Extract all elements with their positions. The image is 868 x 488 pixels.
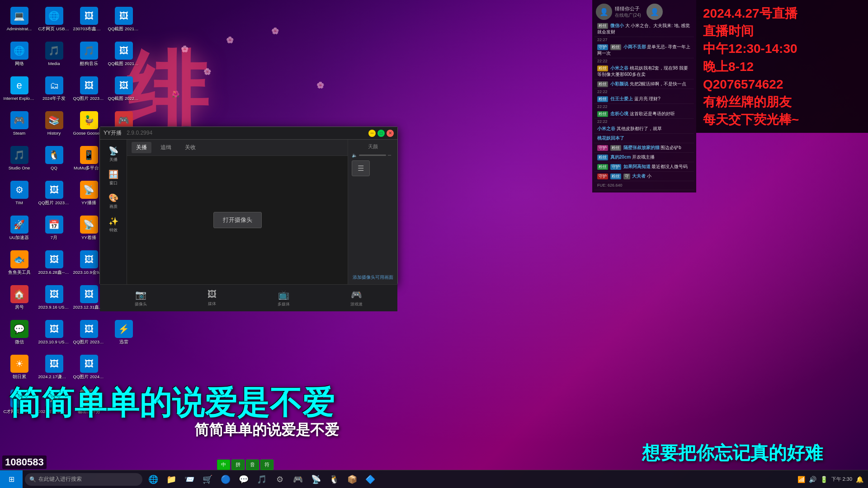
desktop-icon-photo9[interactable]: 🖼 2024.2.17谦频号...	[37, 350, 71, 384]
taskbar-explorer[interactable]: 📁	[163, 471, 180, 488]
qqfolder4-icon: 🖼	[115, 7, 133, 25]
taskbar-wechat[interactable]: 💬	[235, 471, 252, 488]
desktop-icon-jul[interactable]: 📅 7月	[37, 211, 71, 245]
desktop-icon-zhushou[interactable]: 🗂 2024年子发	[37, 72, 71, 106]
volume-slider[interactable]: 🔈 ─	[352, 153, 394, 158]
taskbar-game2[interactable]: 🎮	[289, 471, 307, 488]
desktop-icon-qqfolder5[interactable]: 🖼 QQ截图 20211021...	[107, 37, 141, 71]
desktop-icon-music[interactable]: 🎵 酷狗音乐	[72, 37, 106, 71]
network-label: 网络	[15, 61, 24, 66]
badge-12b: 粉丝	[610, 174, 621, 179]
yy-sidebar-effects[interactable]: ✨ 特效	[104, 215, 123, 235]
ime-btn-zh[interactable]: 中	[217, 460, 230, 470]
desktop-icon-photo10[interactable]: 🖼 230703布鑫帅约...	[72, 2, 106, 36]
desktop-icon-photo5[interactable]: 🖼 2023.9.16 USBKey...	[37, 281, 71, 314]
photo5-label: 2023.9.16 USBKey...	[38, 305, 70, 310]
quality-label: 画质	[109, 204, 118, 210]
taskbar-extra2[interactable]: 🔷	[362, 471, 379, 488]
taskbar-browser2[interactable]: 🔵	[217, 471, 234, 488]
qqfolder7-label: QQ截图 20220593...	[108, 96, 140, 101]
desktop-icon-photo3[interactable]: 🖼 2023.6.28鑫---学	[37, 246, 71, 280]
desktop-icon-ie[interactable]: e Internet Explorer	[2, 72, 36, 106]
tab-guanshou[interactable]: 关收	[180, 142, 200, 153]
yy-right-top: 天颜	[352, 143, 394, 150]
timestamp-1: 22:27	[594, 37, 694, 42]
desktop-icon-studioone[interactable]: 🎵 Studio One	[2, 141, 36, 175]
ime-btn-symbol[interactable]: 符	[260, 460, 274, 470]
steam-label: Steam	[13, 131, 25, 136]
camera-label: 摄像头	[135, 301, 147, 307]
desktop-icon-qqpic6[interactable]: 🖼 QQ图片 20240208...	[72, 350, 106, 384]
desktop-icon-media[interactable]: 🎵 Media	[37, 37, 71, 71]
network-icon: 🌐	[10, 42, 28, 60]
subtitle-right: 想要把你忘记真的好难	[0, 441, 868, 465]
desktop-icon-qqpic-last[interactable]: 🖼 QQ图片 20231013...	[72, 72, 106, 106]
yy-sidebar-window[interactable]: 🪟 窗口	[104, 168, 123, 188]
yy-preview-area: 打开摄像头	[127, 156, 348, 284]
taskbar-music2[interactable]: 🎵	[253, 471, 270, 488]
tab-zhuiji[interactable]: 追缉	[156, 142, 176, 153]
close-button[interactable]: ✕	[387, 130, 394, 137]
taskbar-store[interactable]: 🛒	[199, 471, 216, 488]
open-camera-button[interactable]: 打开摄像头	[213, 212, 262, 228]
taskbar-yy-tb[interactable]: 📡	[307, 471, 325, 488]
multimedia-icon: 📺	[278, 289, 289, 300]
yy-icon: 📡	[80, 181, 98, 199]
desktop-icon-network[interactable]: 🌐 网络	[2, 37, 36, 71]
taskbar-mail[interactable]: 📨	[181, 471, 198, 488]
desktop-icon-rilyear[interactable]: ☀ 朝日累	[2, 350, 36, 384]
qqpic6-label: QQ图片 20240208...	[73, 374, 105, 379]
search-bar[interactable]: 🔍 在此键入进行搜索	[25, 473, 142, 486]
taskbar-extra1[interactable]: 📦	[344, 471, 361, 488]
ime-btn-pinyin[interactable]: 拼	[231, 460, 245, 470]
desktop-icon-qqpic-bottom[interactable]: 🖼 QQ图片 20231013...	[37, 176, 71, 210]
desktop-icon-room[interactable]: 🏠 房号	[2, 281, 36, 314]
list-view-icon[interactable]: ☰	[352, 160, 370, 176]
yy-tabs: 关播 追缉 关收	[127, 140, 348, 156]
desktop-icon-admin[interactable]: 💻 Administrat...	[2, 2, 36, 36]
search-placeholder: 在此键入进行搜索	[38, 475, 82, 483]
yy-sidebar-live[interactable]: 📡 关播	[104, 144, 123, 164]
desktop-icon-wechat[interactable]: 💬 微信	[2, 315, 36, 349]
bottom-tool-game[interactable]: 🎮 游戏速	[350, 289, 363, 307]
desktop-icon-iqiyi[interactable]: ⚡ 迅雷	[107, 315, 141, 349]
desktop-icon-history[interactable]: 📚 History	[37, 107, 71, 141]
desktop-icon-photo6[interactable]: 🖼 2023.10.9 USBKey...	[37, 315, 71, 349]
photo3-label: 2023.6.28鑫---学	[38, 270, 70, 275]
live-info-line-2: 直播时间	[703, 22, 861, 40]
music-icon: 🎵	[80, 42, 98, 60]
add-camera-text[interactable]: 添加摄像头可用画面	[352, 274, 394, 281]
bottom-tool-camera[interactable]: 📷 摄像头	[135, 289, 147, 307]
badge-5: 粉丝	[597, 96, 608, 102]
bottom-tool-multimeda[interactable]: 📺 多媒体	[278, 289, 290, 307]
minimize-button[interactable]: ─	[368, 130, 376, 137]
desktop-icon-qq[interactable]: 🐧 QQ	[37, 141, 71, 175]
yy-label: YY播播	[81, 200, 96, 205]
qq-icon: 🐧	[45, 146, 63, 164]
desktop-icon-tia[interactable]: ⚙ TIM	[2, 176, 36, 210]
badge-11: 粉丝	[597, 164, 608, 170]
desktop-icon-uuacc[interactable]: 🚀 UU加速器	[2, 211, 36, 245]
steam-icon: 🎮	[10, 111, 28, 129]
bottom-tool-media[interactable]: 🖼 媒体	[208, 289, 217, 307]
ime-btn-tone[interactable]: 音	[246, 460, 259, 470]
streamer-header: 👤 猜猜你公子 在线电广(24) 👤	[594, 2, 694, 21]
start-button[interactable]: ⊞	[0, 470, 23, 488]
tab-guanbo[interactable]: 关播	[132, 142, 151, 153]
desktop-icon-qqnet2[interactable]: 🌐 C才网页 USBKey...	[37, 2, 71, 36]
taskbar-setting[interactable]: ⚙	[271, 471, 288, 488]
desktop-icon-3dtool[interactable]: 🐟 鱼鱼美工具	[2, 246, 36, 280]
desktop-icon-qqfolder7[interactable]: 🖼 QQ截图 20220593...	[107, 72, 141, 106]
taskbar-qqtb[interactable]: 🐧	[326, 471, 343, 488]
desktop-icon-steam[interactable]: 🎮 Steam	[2, 107, 36, 141]
yy-streaming-window: YY开播 2.9.0.2994 ─ □ ✕ 📡 关播 🪟 窗口 🎨 画质	[99, 127, 398, 285]
taskbar-edge[interactable]: 🌐	[145, 471, 162, 488]
history-icon: 📚	[45, 111, 63, 129]
yy-sidebar-quality[interactable]: 🎨 画质	[104, 191, 123, 211]
maximize-button[interactable]: □	[377, 130, 385, 137]
desktop-icon-qqpic5[interactable]: 🖼 QQ图片 20231214...	[72, 315, 106, 349]
badge-6: 粉丝	[597, 111, 608, 117]
3dtool-label: 鱼鱼美工具	[8, 270, 31, 275]
chat-msg-10: 粉丝 真的20cm 开农哦主播	[594, 153, 694, 162]
desktop-icon-qqfolder4[interactable]: 🖼 QQ截图 20211011...	[107, 2, 141, 36]
